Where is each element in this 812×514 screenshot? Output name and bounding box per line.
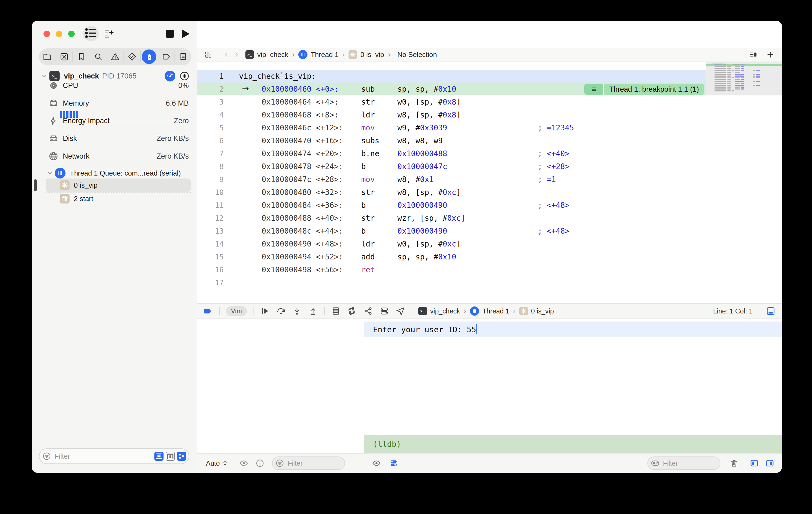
code-line-6[interactable]: 6 0x100000470 <+16>: subs w8, w8, w9 [197, 134, 706, 147]
variables-filter-input[interactable] [287, 459, 342, 467]
thread-row[interactable]: Thread 1 Queue: com...read (serial) [32, 167, 197, 180]
vim-mode-badge[interactable]: Vim [226, 306, 247, 316]
breakpoints-toggle-icon[interactable] [203, 306, 213, 316]
debug-breadcrumb[interactable]: >_vip_check›Thread 1›0 is_vip [418, 306, 558, 316]
code-line-16[interactable]: 16 0x100000498 <+56>: ret [197, 263, 706, 276]
stat-row-memory[interactable]: Memory 6.6 MB [32, 97, 197, 110]
add-editor-icon[interactable] [766, 51, 775, 59]
console-io-toggles-icon[interactable] [389, 459, 398, 468]
project-navigator-icon[interactable] [39, 51, 56, 62]
console-output-line[interactable]: Enter your user ID: 55 [365, 322, 782, 337]
crumb-label[interactable]: 0 is_vip [360, 51, 384, 59]
console-filter-input[interactable] [662, 459, 717, 467]
test-navigator-icon[interactable] [124, 51, 141, 62]
step-out-icon[interactable] [308, 306, 318, 316]
debug-area-toggle-icon[interactable] [766, 306, 776, 316]
line-number[interactable]: 3 [197, 98, 232, 106]
line-number[interactable]: 6 [197, 137, 232, 145]
line-number[interactable]: 11 [197, 201, 232, 210]
line-number[interactable]: 7 [197, 150, 232, 158]
issue-navigator-icon[interactable] [107, 51, 124, 62]
crumb-label[interactable]: Thread 1 [482, 307, 509, 315]
minimap[interactable] [706, 62, 782, 96]
variables-scope-select[interactable]: Auto [206, 459, 220, 467]
line-number[interactable]: 9 [197, 175, 232, 184]
code-line-13[interactable]: 13 0x10000048c <+44>: b 0x100000490 ; <+… [197, 224, 706, 237]
sidebar-drag-handle[interactable] [34, 179, 37, 191]
editor-options-icon[interactable] [749, 51, 757, 59]
line-number[interactable]: 16 [197, 266, 232, 274]
show-blocks-icon[interactable] [177, 452, 186, 461]
crumb-label[interactable]: Thread 1 [311, 51, 339, 59]
code-line-10[interactable]: 10 0x100000480 <+32>: str w8, [sp, #0xc] [197, 186, 706, 199]
chevron-down-icon[interactable] [41, 73, 48, 80]
environment-overrides-icon[interactable] [379, 306, 389, 316]
code-line-14[interactable]: 14 0x100000490 <+48>: ldr w0, [sp, #0xc] [197, 237, 706, 250]
breakpoint-banner[interactable]: ≡ Thread 1: breakpoint 1.1 (1) [584, 84, 704, 95]
trash-icon[interactable] [730, 459, 739, 468]
continue-icon[interactable] [260, 306, 269, 316]
line-number[interactable]: 12 [197, 214, 232, 222]
crumb-label[interactable]: No Selection [398, 51, 437, 59]
line-number[interactable]: 2 [197, 85, 232, 93]
breakpoint-navigator-icon[interactable] [158, 51, 175, 62]
stat-row-energy[interactable]: Energy Impact Zero [32, 114, 197, 127]
step-over-icon[interactable] [276, 306, 286, 316]
code-line-12[interactable]: 12 0x100000488 <+40>: str wzr, [sp, #0xc… [197, 212, 706, 224]
stack-frame-row[interactable]: 0 is_vip [60, 179, 97, 191]
show-debugged-only-icon[interactable] [154, 452, 164, 461]
stat-row-disk[interactable]: Disk Zero KB/s [32, 132, 197, 145]
stat-row-network[interactable]: Network Zero KB/s [32, 150, 197, 163]
line-number[interactable]: 10 [197, 188, 232, 196]
code-line-15[interactable]: 15 0x100000494 <+52>: add sp, sp, #0x10 [197, 250, 706, 263]
line-number[interactable]: 5 [197, 124, 232, 132]
back-chevron-icon[interactable] [223, 51, 230, 58]
stat-row-cpu[interactable]: CPU 0% [32, 79, 197, 92]
line-number[interactable]: 8 [197, 162, 232, 171]
stack-frames-icon[interactable] [331, 306, 341, 316]
quicklook-eye-icon[interactable] [239, 459, 249, 468]
code-line-4[interactable]: 4 0x100000468 <+8>: ldr w8, [sp, #0x8] [197, 108, 706, 121]
line-number[interactable]: 13 [197, 227, 232, 235]
view-debugger-icon[interactable] [347, 306, 357, 316]
code-line-11[interactable]: 11 0x100000484 <+36>: b 0x100000490 ; <+… [197, 199, 706, 212]
bookmark-navigator-icon[interactable] [73, 51, 90, 62]
crumb-label[interactable]: 0 is_vip [531, 307, 554, 315]
crumb-label[interactable]: vip_check [430, 307, 460, 315]
report-navigator-icon[interactable] [175, 51, 192, 62]
show-columns-icon[interactable] [166, 452, 175, 461]
code-line-17[interactable]: 17 [197, 276, 706, 289]
code-line-8[interactable]: 8 0x100000478 <+24>: b 0x10000047c ; <+2… [197, 160, 706, 173]
source-control-navigator-icon[interactable] [56, 51, 73, 62]
stack-frame-row[interactable]: 2 start [60, 192, 93, 205]
code-line-9[interactable]: 9 0x10000047c <+28>: mov w8, #0x1 ; =1 [197, 173, 706, 186]
updown-chevrons-icon[interactable] [222, 460, 228, 466]
forward-chevron-icon[interactable] [233, 51, 240, 58]
line-number[interactable]: 4 [197, 111, 232, 119]
lldb-prompt-line[interactable]: (lldb) [365, 435, 782, 453]
line-number[interactable]: 14 [197, 240, 232, 248]
info-icon[interactable] [255, 459, 264, 468]
line-number[interactable]: 15 [197, 253, 232, 261]
crumb-label[interactable]: vip_check [257, 51, 288, 59]
quicklook-eye-icon[interactable] [372, 459, 381, 468]
step-into-icon[interactable] [292, 306, 302, 316]
breakpoint-menu-icon[interactable]: ≡ [584, 84, 604, 95]
code-line-1[interactable]: 1vip_check`is_vip: [197, 70, 706, 83]
line-number[interactable]: 17 [197, 278, 232, 287]
sidebar-filter-input[interactable] [54, 452, 152, 461]
memory-graph-icon[interactable] [363, 306, 373, 316]
find-navigator-icon[interactable] [90, 51, 107, 62]
code-line-3[interactable]: 3 0x100000464 <+4>: str w0, [sp, #0x8] [197, 96, 706, 108]
code-line-5[interactable]: 5 0x10000046c <+12>: mov w9, #0x3039 ; =… [197, 121, 706, 134]
variables-pane-toggle-icon[interactable] [750, 459, 759, 468]
breadcrumb[interactable]: >_vip_check›Thread 1›0 is_vip›No Selecti… [245, 50, 441, 59]
code-line-7[interactable]: 7 0x100000474 <+20>: b.ne 0x100000488 ; … [197, 147, 706, 160]
chevron-down-icon[interactable] [47, 170, 54, 177]
related-items-icon[interactable] [204, 51, 212, 59]
console-pane-toggle-icon[interactable] [765, 459, 775, 468]
line-number[interactable]: 1 [197, 72, 232, 80]
debug-navigator-icon[interactable] [141, 51, 157, 62]
disassembly-view[interactable]: 1vip_check`is_vip:2→ 0x100000460 <+0>: s… [197, 62, 706, 289]
simulate-location-icon[interactable] [396, 306, 405, 316]
